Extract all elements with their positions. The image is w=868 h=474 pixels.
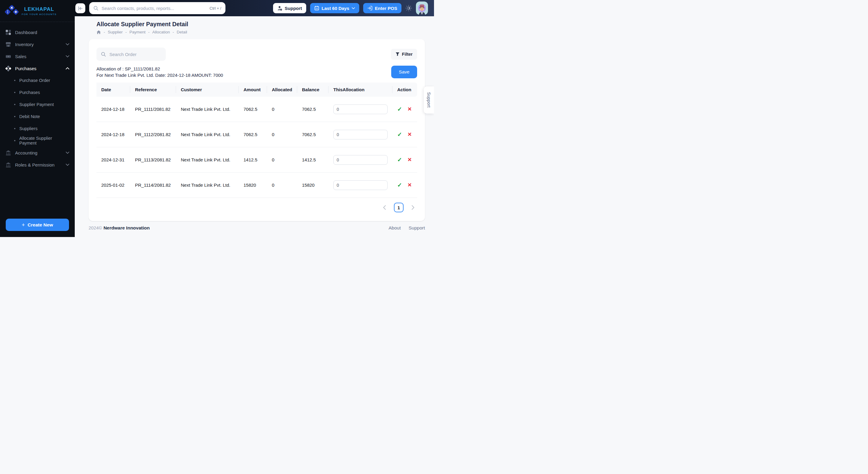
breadcrumb: - Supplier - Payment - Allocation - Deta…: [96, 30, 425, 34]
cell-allocated: 0: [267, 97, 297, 122]
sidebar-item-sales[interactable]: Sales: [0, 50, 75, 62]
funnel-icon: [396, 52, 400, 56]
footer-link[interactable]: Support: [409, 225, 425, 231]
banknote-icon: [5, 54, 11, 59]
home-icon[interactable]: [96, 30, 101, 34]
sidebar-subitem[interactable]: Purchases: [0, 87, 75, 99]
cell-customer: Next Trade Link Pvt. Ltd.: [176, 173, 239, 198]
sidebar-subitem[interactable]: Supplier Payment: [0, 99, 75, 110]
order-search-input[interactable]: [110, 52, 169, 57]
sidebar-item-accounting[interactable]: Accounting: [0, 147, 75, 159]
filter-button[interactable]: Filter: [391, 49, 417, 60]
search-icon: [101, 52, 106, 57]
breadcrumb-separator: -: [125, 30, 127, 34]
column-header: Customer: [176, 82, 239, 97]
global-search-input[interactable]: [101, 6, 207, 11]
sidebar-subitem[interactable]: Suppliers: [0, 123, 75, 135]
cell-date: 2024-12-18: [96, 97, 130, 122]
sidebar-nav: Dashboard Inventory Sales Purchase: [0, 22, 75, 171]
this-allocation-input[interactable]: [333, 104, 388, 114]
sidebar-item-purchases[interactable]: Purchases: [0, 62, 75, 74]
cell-reference: PR_1111/2081.82: [130, 97, 176, 122]
support-user-icon: [277, 6, 282, 11]
save-button[interactable]: Save: [391, 66, 417, 78]
bullet-dot-icon: [14, 116, 16, 117]
allocation-line2: For Next Trade Link Pvt. Ltd. Date: 2024…: [96, 72, 223, 78]
footer-link[interactable]: About: [389, 225, 401, 231]
copyright: 2024©Nerdware Innovation: [89, 225, 150, 231]
cell-allocated: 0: [267, 147, 297, 173]
sidebar-subitem-label: Supplier Payment: [19, 102, 54, 107]
breadcrumb-link[interactable]: Payment: [130, 30, 146, 34]
cancel-cross-icon[interactable]: ✕: [407, 131, 412, 138]
previous-page-button[interactable]: [383, 205, 386, 210]
this-allocation-input[interactable]: [333, 130, 388, 139]
collapse-arrow-icon: [78, 6, 83, 10]
sidebar-subitem[interactable]: Allocate Supplier Payment: [0, 135, 75, 147]
create-new-button[interactable]: + Create New: [6, 218, 69, 231]
sidebar-subitem[interactable]: Debit Note: [0, 110, 75, 123]
confirm-check-icon[interactable]: ✓: [397, 131, 402, 138]
table-row: 2024-12-31 PR_1113/2081.82 Next Trade Li…: [96, 147, 417, 173]
bullet-dot-icon: [14, 80, 16, 81]
sidebar-subitem-label: Suppliers: [19, 126, 37, 131]
sidebar-item-dashboard[interactable]: Dashboard: [0, 26, 75, 38]
bullet-dot-icon: [14, 104, 16, 105]
breadcrumb-item: - Supplier: [104, 30, 123, 34]
cell-allocated: 0: [267, 122, 297, 147]
enter-pos-button[interactable]: Enter POS: [363, 3, 401, 13]
cell-amount: 7062.5: [239, 97, 267, 122]
breadcrumb-link[interactable]: Supplier: [108, 30, 123, 34]
cell-date: 2025-01-02: [96, 173, 130, 198]
breadcrumb-link[interactable]: Detail: [177, 30, 187, 34]
page-header: Allocate Supplier Payment Detail - Suppl…: [96, 21, 425, 34]
page-title: Allocate Supplier Payment Detail: [96, 21, 425, 28]
confirm-check-icon[interactable]: ✓: [397, 106, 402, 113]
table-row: 2025-01-02 PR_1114/2081.82 Next Trade Li…: [96, 173, 417, 198]
breadcrumb-link[interactable]: Allocation: [152, 30, 170, 34]
bank-icon: [5, 162, 11, 168]
cancel-cross-icon[interactable]: ✕: [407, 106, 412, 112]
create-new-label: Create New: [28, 222, 53, 228]
next-page-button[interactable]: [411, 205, 415, 210]
support-side-tab[interactable]: Support: [424, 87, 434, 113]
chevron-down-icon: [66, 43, 69, 45]
column-header: Action: [393, 82, 417, 97]
cancel-cross-icon[interactable]: ✕: [407, 157, 412, 163]
pagination: 1: [96, 203, 417, 212]
header-actions: Support Last 60 Days Enter POS: [273, 0, 428, 16]
cell-reference: PR_1113/2081.82: [130, 147, 176, 173]
date-range-button[interactable]: Last 60 Days: [310, 3, 359, 13]
sidebar-subitem[interactable]: Purchase Order: [0, 74, 75, 87]
sidebar-subitem-label: Debit Note: [19, 114, 40, 119]
confirm-check-icon[interactable]: ✓: [397, 156, 402, 163]
this-allocation-input[interactable]: [333, 155, 388, 165]
plus-icon: +: [22, 222, 25, 228]
sidebar-collapse-button[interactable]: [75, 3, 85, 13]
row-actions: ✓ ✕: [397, 97, 412, 122]
chevron-down-icon: [66, 151, 69, 154]
column-header: ThisAllocation: [329, 82, 393, 97]
this-allocation-input[interactable]: [333, 180, 388, 190]
chevron-down-icon: [66, 55, 69, 58]
search-icon: [93, 6, 98, 11]
cancel-cross-icon[interactable]: ✕: [407, 182, 412, 188]
breadcrumb-separator: -: [148, 30, 150, 34]
theme-toggle-icon[interactable]: [405, 5, 412, 11]
sidebar-item-roles-permission[interactable]: Roles & Permission: [0, 159, 75, 171]
allocation-card: Filter Allocation of : SP_1111/2081.82 F…: [89, 39, 425, 221]
breadcrumb-item: - Detail: [173, 30, 187, 34]
sidebar-item-inventory[interactable]: Inventory: [0, 38, 75, 50]
confirm-check-icon[interactable]: ✓: [397, 181, 402, 189]
footer: 2024©Nerdware Innovation AboutSupport: [89, 225, 425, 231]
company-name: Nerdware Innovation: [103, 225, 150, 230]
breadcrumb-separator: -: [173, 30, 174, 34]
brand-tagline: FOR YOUR ACCOUNTS: [22, 13, 57, 16]
user-avatar[interactable]: [416, 1, 428, 15]
table-row: 2024-12-18 PR_1111/2081.82 Next Trade Li…: [96, 97, 417, 122]
support-button[interactable]: Support: [273, 3, 307, 13]
current-page-indicator[interactable]: 1: [394, 203, 404, 212]
cell-balance: 1412.5: [297, 147, 329, 173]
chevron-up-icon: [66, 67, 69, 70]
main-content: Allocate Supplier Payment Detail - Suppl…: [75, 16, 434, 237]
